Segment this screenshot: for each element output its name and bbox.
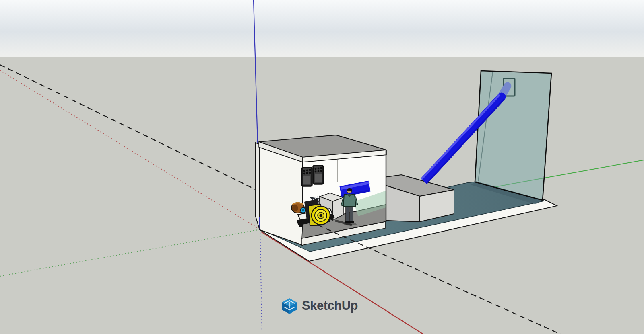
worker-shoe [349,221,354,223]
glass-panel [475,71,551,200]
cylinder-end [292,205,298,211]
pump-house[interactable] [255,135,386,245]
motor-shaft [320,214,322,217]
sketchup-watermark: SketchUp [282,298,358,314]
panel-door [315,174,322,182]
pipe-muted-cap [504,82,512,90]
worker-leg [350,206,353,222]
skid-foot [299,225,302,227]
coupling-hub [302,209,304,211]
left-outer-slab [255,143,260,230]
glass-headwall[interactable] [475,71,551,200]
watermark-text: SketchUp [302,299,358,313]
sky [0,0,644,57]
electrical-panel-left[interactable] [302,168,312,186]
worker-leg [346,206,349,222]
worker-shoe [345,221,349,223]
electrical-panel-right[interactable] [313,166,323,184]
model-scene[interactable]: SketchUp [0,0,644,334]
sketchup-3d-viewport[interactable]: SketchUp [0,0,644,334]
panel-door [303,176,310,184]
left-wall [260,148,303,245]
